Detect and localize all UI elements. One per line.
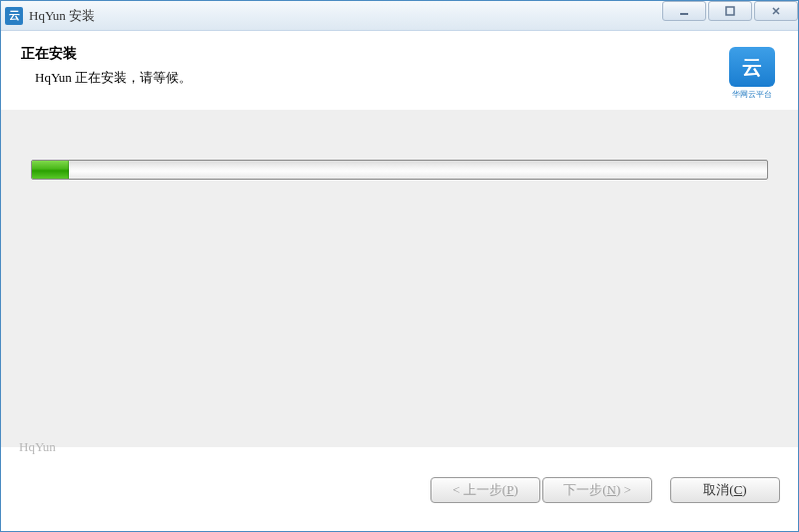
header-area: 正在安装 HqYun 正在安装，请等候。 云 华网云平台	[1, 31, 798, 109]
button-row: < 上一步(P) 下一步(N) > 取消(C)	[430, 477, 780, 503]
maximize-button[interactable]	[708, 1, 752, 21]
svg-rect-0	[680, 13, 688, 15]
progress-fill	[32, 161, 69, 179]
window-controls	[660, 1, 798, 23]
next-button: 下一步(N) >	[542, 477, 652, 503]
back-button: < 上一步(P)	[430, 477, 540, 503]
minimize-button[interactable]	[662, 1, 706, 21]
close-button[interactable]	[754, 1, 798, 21]
cloud-icon: 云	[729, 47, 775, 87]
minimize-icon	[678, 5, 690, 17]
footer-divider	[72, 447, 780, 448]
close-icon	[770, 5, 782, 17]
titlebar: 云 HqYun 安装	[1, 1, 798, 31]
app-icon-glyph: 云	[9, 8, 20, 23]
brand-logo: 云 华网云平台	[726, 47, 778, 100]
footer-brand: HqYun	[19, 439, 56, 455]
cancel-button[interactable]: 取消(C)	[670, 477, 780, 503]
page-subtitle: HqYun 正在安装，请等候。	[21, 69, 778, 87]
progress-bar	[31, 160, 768, 180]
footer-brand-row: HqYun	[19, 439, 780, 455]
window-title: HqYun 安装	[29, 7, 95, 25]
content-area	[1, 110, 798, 447]
installer-window: 云 HqYun 安装 正在安装 HqYun 正在安装，请等候。 云 华网云平台	[0, 0, 799, 532]
app-icon: 云	[5, 7, 23, 25]
brand-caption: 华网云平台	[726, 89, 778, 100]
maximize-icon	[724, 5, 736, 17]
svg-rect-1	[726, 7, 734, 15]
page-title: 正在安装	[21, 45, 778, 63]
